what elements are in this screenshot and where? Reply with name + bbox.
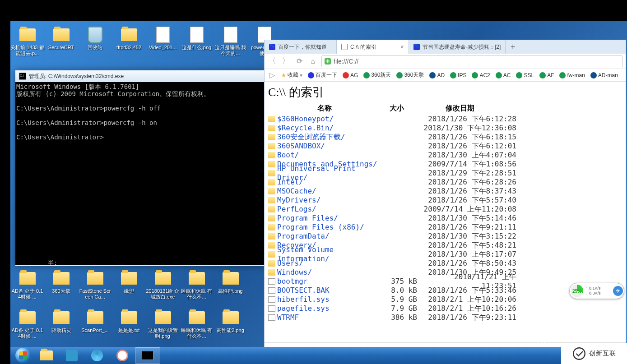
desktop-icon[interactable]: 睡眠和休眠 有什么不... bbox=[180, 308, 214, 344]
list-item[interactable]: MSOCache/2018/1/26 下午8:37:43 bbox=[268, 187, 622, 196]
file-link[interactable]: pagefile.sys bbox=[277, 304, 330, 313]
file-link[interactable]: Users/ bbox=[277, 259, 303, 267]
desktop-icon[interactable]: 这是我的设置啊.png bbox=[146, 308, 180, 344]
bookmark-item[interactable]: 百度一下 bbox=[307, 71, 339, 79]
desktop-icon[interactable]: 驱动精灵 bbox=[44, 308, 78, 344]
task-ie[interactable] bbox=[84, 347, 110, 364]
desktop-icon[interactable]: 20180131给 众城放白.exe bbox=[146, 268, 180, 304]
browser-tab[interactable]: C:\\ 的索引× bbox=[337, 40, 409, 54]
bookmark-item[interactable]: AC bbox=[494, 72, 512, 78]
task-cmd[interactable] bbox=[135, 347, 160, 364]
list-item[interactable]: $360Honeypot/2018/1/26 下午6:12:28 bbox=[268, 115, 622, 124]
desktop-icon[interactable]: 关机前 1433 都能进去.p... bbox=[10, 25, 44, 61]
browser-tab[interactable]: 百度一下，你就知道 bbox=[265, 40, 337, 54]
favorites-button[interactable]: ★收藏▾ bbox=[280, 71, 304, 79]
file-link[interactable]: BOOTSECT.BAK bbox=[277, 286, 330, 295]
file-link[interactable]: WTRMF bbox=[277, 313, 299, 322]
list-item[interactable]: 360SANDBOX/2018/1/26 下午6:12:01 bbox=[268, 142, 622, 151]
list-item[interactable]: System Volume Information/2018/1/30 上午8:… bbox=[268, 250, 622, 259]
close-icon[interactable]: × bbox=[400, 43, 404, 51]
desktop-icon[interactable]: 360天擎 bbox=[44, 268, 78, 304]
folder-icon bbox=[268, 233, 275, 240]
list-item[interactable]: $Recycle.Bin/2018/1/30 下午12:36:08 bbox=[268, 124, 622, 133]
desktop-icon[interactable]: AD备 处于 0.14时候 ... bbox=[10, 308, 44, 344]
desktop-icon[interactable]: 回收站 bbox=[78, 25, 112, 61]
bookmark-item[interactable]: AG bbox=[341, 72, 359, 78]
list-item[interactable]: Intel/2018/1/26 下午6:28:26 bbox=[268, 178, 622, 187]
file-link[interactable]: Windows/ bbox=[277, 268, 312, 276]
start-button[interactable] bbox=[12, 347, 34, 364]
list-item[interactable]: PerfLogs/2009/7/14 上午11:20:08 bbox=[268, 205, 622, 214]
desktop-icon[interactable]: 高性能2.png bbox=[214, 308, 247, 344]
file-link[interactable]: 360安全浏览器下载/ bbox=[277, 133, 345, 141]
browser-tab[interactable]: 节省固态硬盘寿命-减少损耗：[2] bbox=[409, 40, 506, 54]
file-link[interactable]: Intel/ bbox=[277, 178, 303, 186]
list-item[interactable]: HP Universal Print Driver/2018/1/29 下午2:… bbox=[268, 169, 622, 178]
bookmark-item[interactable]: AD bbox=[428, 72, 446, 78]
task-paint[interactable] bbox=[110, 347, 135, 364]
address-bar[interactable]: ✚ file:///C:// bbox=[321, 55, 623, 67]
boost-button[interactable]: ✈ bbox=[613, 286, 623, 296]
cmd-window[interactable]: 管理员: C:\Windows\system32\cmd.exe Microso… bbox=[15, 70, 266, 266]
bookmark-item[interactable]: 360新天 bbox=[362, 71, 392, 79]
bookmark-item[interactable]: AF bbox=[538, 72, 555, 78]
bookmark-item[interactable]: SSL bbox=[515, 72, 535, 78]
page-content[interactable]: C:\\ 的索引 名称 大小 修改日期 $360Honeypot/2018/1/… bbox=[265, 82, 626, 342]
file-link[interactable]: bootmgr bbox=[277, 277, 307, 286]
bookmark-item[interactable]: 360天擎 bbox=[395, 71, 425, 79]
task-thunder[interactable] bbox=[59, 347, 84, 364]
file-link[interactable]: PerfLogs/ bbox=[277, 205, 316, 213]
bookmark-item[interactable]: fw-man bbox=[558, 72, 586, 78]
desktop-icon[interactable]: 缘盟 bbox=[112, 268, 146, 304]
desktop-icon[interactable]: AD备 处于 0.14时候 ... bbox=[10, 268, 44, 304]
ime-indicator[interactable]: CH ⎵ bbox=[538, 341, 549, 346]
bookmark-expand[interactable]: ▷ bbox=[267, 70, 277, 80]
list-item[interactable]: WTRMF386 kB2018/1/26 下午9:23:11 bbox=[268, 313, 622, 322]
forward-button[interactable]: 〉 bbox=[281, 56, 291, 66]
list-item[interactable]: Program Files/2018/1/30 下午5:14:46 bbox=[268, 214, 622, 223]
list-item[interactable]: pagefile.sys7.9 GB2018/2/1 上午10:16:26 bbox=[268, 304, 622, 313]
list-item[interactable]: 360安全浏览器下载/2018/1/26 下午6:18:15 bbox=[268, 133, 622, 142]
cmd-body[interactable]: Microsoft Windows [版本 6.1.7601] 版权所有 (c)… bbox=[15, 82, 265, 259]
cmd-titlebar[interactable]: 管理员: C:\Windows\system32\cmd.exe bbox=[15, 70, 265, 82]
desktop-icon[interactable]: SecureCRT bbox=[44, 25, 78, 61]
file-link[interactable]: $360Honeypot/ bbox=[277, 115, 334, 123]
desktop-icon[interactable]: tftpd32.452 bbox=[112, 25, 146, 61]
bookmark-item[interactable]: AC2 bbox=[470, 72, 491, 78]
file-link[interactable]: hiberfil.sys bbox=[277, 295, 330, 304]
bookmark-item[interactable]: AD-man bbox=[589, 72, 619, 78]
desktop-icon[interactable]: ScanPort_... bbox=[78, 308, 112, 344]
desktop-icon[interactable]: FastStone Screen Ca... bbox=[78, 268, 112, 304]
desktop-icon-label: Video_201... bbox=[149, 45, 177, 51]
desktop-icon[interactable]: 这是什么.png bbox=[180, 25, 214, 61]
desktop-icon[interactable]: Video_201... bbox=[146, 25, 180, 61]
list-item[interactable]: Boot/2018/1/30 上午4:07:04 bbox=[268, 151, 622, 160]
desktop-icon[interactable]: 睡眠和休眠 有什么不... bbox=[180, 268, 214, 304]
desktop-icon[interactable]: 高性能.png bbox=[214, 268, 247, 304]
list-item[interactable]: MyDrivers/2018/1/26 下午5:57:40 bbox=[268, 196, 622, 205]
list-item[interactable]: Users/2018/1/26 下午8:50:43 bbox=[268, 259, 622, 268]
file-link[interactable]: Program Files/ bbox=[277, 214, 338, 222]
back-button[interactable]: 〈 bbox=[267, 56, 277, 66]
list-item[interactable]: hiberfil.sys5.9 GB2018/2/1 上午10:20:06 bbox=[268, 295, 622, 304]
file-link[interactable]: 360SANDBOX/ bbox=[277, 142, 325, 150]
file-link[interactable]: ProgramData/ bbox=[277, 232, 330, 240]
home-button[interactable]: ⌂ bbox=[308, 56, 318, 66]
file-size: 8.0 kB bbox=[381, 286, 422, 295]
file-link[interactable]: $Recycle.Bin/ bbox=[277, 124, 334, 132]
netspeed-widget[interactable]: 25% ↑ 0.1K/s ↓ 0.3K/s ✈ bbox=[569, 283, 624, 299]
list-item[interactable]: bootmgr375 kB2010/11/21 上午11:23:51 bbox=[268, 277, 622, 286]
bookmark-item[interactable]: IPS bbox=[449, 72, 468, 78]
new-tab-button[interactable]: + bbox=[506, 40, 520, 54]
desktop-icon[interactable]: 这只是睡眠 我今天的... bbox=[214, 25, 247, 61]
list-item[interactable]: ProgramData/2018/1/30 下午3:15:22 bbox=[268, 232, 622, 241]
file-link[interactable]: Program Files (x86)/ bbox=[277, 223, 364, 231]
task-explorer[interactable] bbox=[34, 347, 59, 364]
desktop-icon[interactable]: 是是是.txt bbox=[112, 308, 146, 344]
file-link[interactable]: Boot/ bbox=[277, 151, 299, 159]
desktop-icon-label: 360天擎 bbox=[52, 288, 70, 294]
refresh-button[interactable]: ⟳ bbox=[294, 56, 304, 66]
file-link[interactable]: MyDrivers/ bbox=[277, 196, 320, 204]
file-link[interactable]: MSOCache/ bbox=[277, 187, 316, 195]
list-item[interactable]: Program Files (x86)/2018/1/26 下午9:21:11 bbox=[268, 223, 622, 232]
